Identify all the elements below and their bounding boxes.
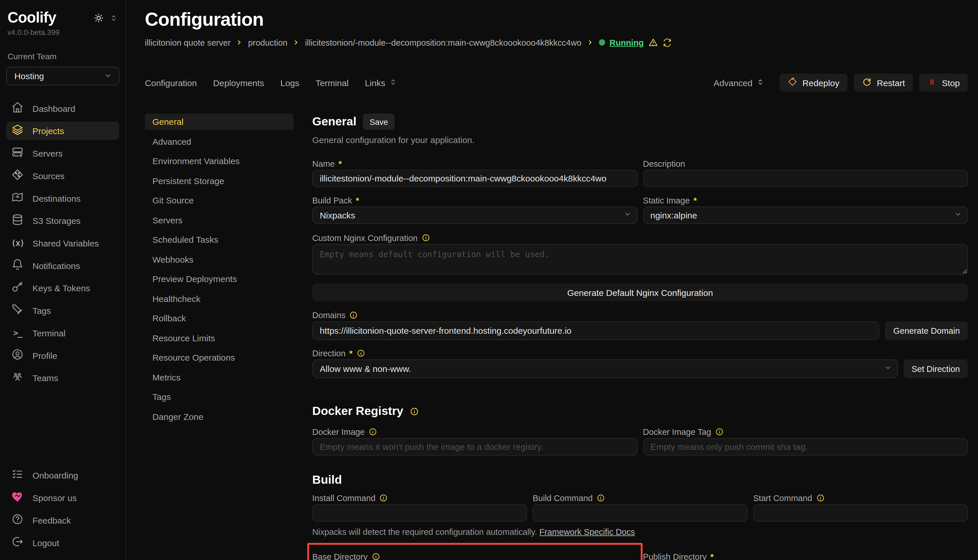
docker-image-input[interactable] xyxy=(312,438,637,455)
subnav-healthcheck[interactable]: Healthcheck xyxy=(145,290,294,307)
save-button[interactable]: Save xyxy=(363,113,395,130)
subnav-resource-operations[interactable]: Resource Operations xyxy=(145,349,294,365)
sidebar-item-label: Sponsor us xyxy=(32,493,77,503)
info-icon[interactable] xyxy=(371,552,380,560)
publish-directory-label: Publish Directory xyxy=(643,552,707,560)
theme-sun-icon[interactable] xyxy=(93,12,104,24)
sidebar-item-s3-storages[interactable]: S3 Storages xyxy=(7,212,119,230)
static-image-select[interactable] xyxy=(643,207,968,224)
sidebar-item-teams[interactable]: Teams xyxy=(7,369,119,387)
breadcrumb-project[interactable]: illicitonion quote server xyxy=(145,38,231,47)
help-circle-icon xyxy=(11,513,24,527)
info-icon[interactable] xyxy=(349,311,358,319)
framework-docs-link[interactable]: Framework Specific Docs xyxy=(539,527,635,537)
info-icon[interactable] xyxy=(356,349,365,357)
required-mark: * xyxy=(694,196,697,205)
description-input[interactable] xyxy=(643,170,968,187)
refresh-icon[interactable] xyxy=(662,38,672,47)
sidebar-item-dashboard[interactable]: Dashboard xyxy=(7,99,119,117)
restart-label: Restart xyxy=(877,78,905,88)
sidebar-item-logout[interactable]: Logout xyxy=(7,533,119,552)
tab-deployments[interactable]: Deployments xyxy=(213,78,264,88)
sidebar-item-sponsor-us[interactable]: Sponsor us xyxy=(7,488,119,507)
sidebar-item-profile[interactable]: Profile xyxy=(7,347,119,365)
sidebar-item-label: Sources xyxy=(32,171,65,181)
git-icon xyxy=(11,168,24,183)
warning-icon[interactable] xyxy=(648,38,658,48)
sidebar-item-terminal[interactable]: >_ Terminal xyxy=(7,324,119,342)
sidebar-item-label: Profile xyxy=(32,350,57,361)
subnav-general[interactable]: General xyxy=(145,113,294,130)
sidebar-item-servers[interactable]: Servers xyxy=(7,144,119,162)
info-icon[interactable] xyxy=(715,427,724,436)
sidebar-item-sources[interactable]: Sources xyxy=(7,167,119,185)
description-label: Description xyxy=(643,159,685,168)
subnav-danger-zone[interactable]: Danger Zone xyxy=(145,408,294,425)
direction-select[interactable] xyxy=(312,360,898,378)
subnav-servers[interactable]: Servers xyxy=(145,212,294,228)
subnav-rollback[interactable]: Rollback xyxy=(145,310,294,326)
settings-subnav: General Advanced Environment Variables P… xyxy=(145,113,294,560)
breadcrumb-application[interactable]: illicitestonion/-module--decomposition:m… xyxy=(305,38,582,47)
subnav-git-source[interactable]: Git Source xyxy=(145,192,294,208)
subnav-scheduled-tasks[interactable]: Scheduled Tasks xyxy=(145,232,294,248)
info-icon[interactable] xyxy=(596,493,605,502)
layers-icon xyxy=(11,124,24,138)
stop-button[interactable]: Stop xyxy=(919,74,968,92)
status-running-link[interactable]: Running xyxy=(610,38,644,47)
breadcrumb: illicitonion quote server production ill… xyxy=(145,38,968,48)
restart-icon xyxy=(862,77,872,89)
subnav-advanced[interactable]: Advanced xyxy=(145,133,294,149)
user-circle-icon xyxy=(11,348,24,363)
checklist-icon xyxy=(11,468,24,483)
breadcrumb-environment[interactable]: production xyxy=(248,38,288,47)
sidebar-item-onboarding[interactable]: Onboarding xyxy=(7,466,119,484)
subnav-resource-limits[interactable]: Resource Limits xyxy=(145,330,294,346)
sidebar-item-notifications[interactable]: Notifications xyxy=(7,257,119,275)
subnav-persistent-storage[interactable]: Persistent Storage xyxy=(145,173,294,189)
sidebar-item-keys-tokens[interactable]: Keys & Tokens xyxy=(7,279,119,297)
generate-nginx-button[interactable]: Generate Default Nginx Configuration xyxy=(312,283,968,302)
subnav-preview-deployments[interactable]: Preview Deployments xyxy=(145,271,294,287)
start-command-label: Start Command xyxy=(753,493,812,502)
info-icon[interactable] xyxy=(379,493,388,502)
info-icon[interactable] xyxy=(368,427,377,436)
generate-domain-button[interactable]: Generate Domain xyxy=(885,321,968,340)
tab-logs[interactable]: Logs xyxy=(281,78,299,88)
set-direction-button[interactable]: Set Direction xyxy=(903,360,968,378)
restart-button[interactable]: Restart xyxy=(854,74,913,92)
stop-icon xyxy=(928,77,937,88)
install-command-input[interactable] xyxy=(312,504,527,522)
subnav-environment-variables[interactable]: Environment Variables xyxy=(145,153,294,169)
advanced-toggle[interactable]: Advanced xyxy=(714,78,764,88)
theme-selector-icon[interactable] xyxy=(109,14,118,23)
tab-configuration[interactable]: Configuration xyxy=(145,78,197,88)
team-select[interactable]: Hosting xyxy=(7,67,119,85)
sidebar-item-destinations[interactable]: Destinations xyxy=(7,189,119,207)
custom-nginx-textarea[interactable] xyxy=(312,244,968,275)
tab-links[interactable]: Links xyxy=(365,78,397,88)
build-pack-select[interactable] xyxy=(312,207,637,224)
tab-terminal[interactable]: Terminal xyxy=(316,78,348,88)
sidebar-item-projects[interactable]: Projects xyxy=(7,122,119,140)
sidebar-item-shared-variables[interactable]: (x) Shared Variables xyxy=(7,234,119,252)
advanced-toggle-label: Advanced xyxy=(714,78,752,88)
sidebar-item-tags[interactable]: Tags xyxy=(7,302,119,320)
sidebar-item-feedback[interactable]: Feedback xyxy=(7,511,119,529)
info-icon[interactable] xyxy=(410,407,419,416)
required-mark: * xyxy=(711,552,714,560)
build-command-input[interactable] xyxy=(533,504,747,522)
info-icon[interactable] xyxy=(816,493,824,502)
start-command-input[interactable] xyxy=(753,504,968,522)
subnav-webhooks[interactable]: Webhooks xyxy=(145,251,294,267)
domains-input[interactable] xyxy=(312,321,880,340)
name-input[interactable] xyxy=(312,170,637,187)
info-icon[interactable] xyxy=(421,233,430,242)
current-team-label: Current Team xyxy=(7,52,119,61)
docker-image-tag-input[interactable] xyxy=(643,438,968,455)
redeploy-button[interactable]: Redeploy xyxy=(779,74,848,92)
build-pack-label: Build Pack xyxy=(312,196,352,205)
subnav-tags[interactable]: Tags xyxy=(145,388,294,405)
tag-icon xyxy=(11,303,24,318)
subnav-metrics[interactable]: Metrics xyxy=(145,369,294,385)
